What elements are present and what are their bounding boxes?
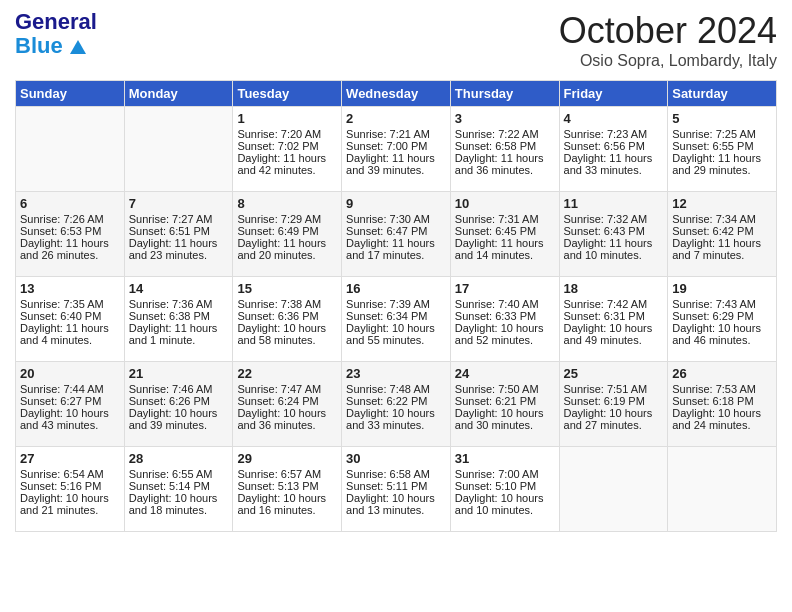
calendar-cell: 28Sunrise: 6:55 AMSunset: 5:14 PMDayligh… <box>124 447 233 532</box>
logo-general-text: General <box>15 10 97 34</box>
cell-text: Sunset: 7:02 PM <box>237 140 337 152</box>
cell-text: Sunset: 5:13 PM <box>237 480 337 492</box>
cell-text: Sunset: 6:49 PM <box>237 225 337 237</box>
calendar-cell: 8Sunrise: 7:29 AMSunset: 6:49 PMDaylight… <box>233 192 342 277</box>
cell-text: Sunset: 6:58 PM <box>455 140 555 152</box>
title-block: October 2024 Osio Sopra, Lombardy, Italy <box>559 10 777 70</box>
day-number: 23 <box>346 366 446 381</box>
calendar-cell: 31Sunrise: 7:00 AMSunset: 5:10 PMDayligh… <box>450 447 559 532</box>
cell-text: Sunset: 6:36 PM <box>237 310 337 322</box>
calendar-cell: 24Sunrise: 7:50 AMSunset: 6:21 PMDayligh… <box>450 362 559 447</box>
cell-text: Daylight: 10 hours and 52 minutes. <box>455 322 555 346</box>
cell-text: Sunset: 6:55 PM <box>672 140 772 152</box>
cell-text: Daylight: 10 hours and 49 minutes. <box>564 322 664 346</box>
cell-text: Sunset: 6:26 PM <box>129 395 229 407</box>
cell-text: Daylight: 10 hours and 13 minutes. <box>346 492 446 516</box>
cell-text: Sunset: 6:24 PM <box>237 395 337 407</box>
cell-text: Sunrise: 7:32 AM <box>564 213 664 225</box>
calendar-cell: 14Sunrise: 7:36 AMSunset: 6:38 PMDayligh… <box>124 277 233 362</box>
day-number: 22 <box>237 366 337 381</box>
day-number: 2 <box>346 111 446 126</box>
cell-text: Daylight: 10 hours and 55 minutes. <box>346 322 446 346</box>
cell-text: Sunrise: 7:22 AM <box>455 128 555 140</box>
cell-text: Sunset: 6:31 PM <box>564 310 664 322</box>
day-number: 14 <box>129 281 229 296</box>
cell-text: Sunset: 7:00 PM <box>346 140 446 152</box>
cell-text: Sunrise: 6:57 AM <box>237 468 337 480</box>
calendar-cell <box>668 447 777 532</box>
cell-text: Sunset: 5:10 PM <box>455 480 555 492</box>
cell-text: Sunrise: 7:38 AM <box>237 298 337 310</box>
cell-text: Sunset: 6:19 PM <box>564 395 664 407</box>
cell-text: Sunrise: 7:21 AM <box>346 128 446 140</box>
calendar-cell <box>559 447 668 532</box>
day-number: 16 <box>346 281 446 296</box>
calendar-cell: 29Sunrise: 6:57 AMSunset: 5:13 PMDayligh… <box>233 447 342 532</box>
cell-text: Daylight: 11 hours and 36 minutes. <box>455 152 555 176</box>
day-number: 27 <box>20 451 120 466</box>
calendar-subtitle: Osio Sopra, Lombardy, Italy <box>559 52 777 70</box>
cell-text: Sunset: 6:51 PM <box>129 225 229 237</box>
cell-text: Daylight: 11 hours and 20 minutes. <box>237 237 337 261</box>
cell-text: Daylight: 11 hours and 1 minute. <box>129 322 229 346</box>
day-of-week-header: Monday <box>124 81 233 107</box>
calendar-cell: 20Sunrise: 7:44 AMSunset: 6:27 PMDayligh… <box>16 362 125 447</box>
cell-text: Sunset: 6:56 PM <box>564 140 664 152</box>
cell-text: Daylight: 11 hours and 29 minutes. <box>672 152 772 176</box>
day-number: 21 <box>129 366 229 381</box>
calendar-cell: 1Sunrise: 7:20 AMSunset: 7:02 PMDaylight… <box>233 107 342 192</box>
cell-text: Daylight: 10 hours and 58 minutes. <box>237 322 337 346</box>
day-number: 13 <box>20 281 120 296</box>
cell-text: Sunrise: 7:30 AM <box>346 213 446 225</box>
calendar-cell: 6Sunrise: 7:26 AMSunset: 6:53 PMDaylight… <box>16 192 125 277</box>
calendar-cell: 17Sunrise: 7:40 AMSunset: 6:33 PMDayligh… <box>450 277 559 362</box>
cell-text: Sunset: 6:18 PM <box>672 395 772 407</box>
cell-text: Sunset: 6:22 PM <box>346 395 446 407</box>
day-number: 6 <box>20 196 120 211</box>
cell-text: Sunrise: 7:36 AM <box>129 298 229 310</box>
day-of-week-header: Thursday <box>450 81 559 107</box>
calendar-week-row: 27Sunrise: 6:54 AMSunset: 5:16 PMDayligh… <box>16 447 777 532</box>
logo: General Blue <box>15 10 97 58</box>
day-of-week-header: Sunday <box>16 81 125 107</box>
day-number: 24 <box>455 366 555 381</box>
cell-text: Daylight: 10 hours and 16 minutes. <box>237 492 337 516</box>
cell-text: Sunset: 6:29 PM <box>672 310 772 322</box>
cell-text: Daylight: 10 hours and 30 minutes. <box>455 407 555 431</box>
cell-text: Sunrise: 7:50 AM <box>455 383 555 395</box>
cell-text: Sunset: 5:11 PM <box>346 480 446 492</box>
calendar-cell: 4Sunrise: 7:23 AMSunset: 6:56 PMDaylight… <box>559 107 668 192</box>
header: General Blue October 2024 Osio Sopra, Lo… <box>15 10 777 70</box>
cell-text: Daylight: 11 hours and 7 minutes. <box>672 237 772 261</box>
calendar-cell: 25Sunrise: 7:51 AMSunset: 6:19 PMDayligh… <box>559 362 668 447</box>
cell-text: Daylight: 11 hours and 39 minutes. <box>346 152 446 176</box>
cell-text: Daylight: 10 hours and 10 minutes. <box>455 492 555 516</box>
calendar-cell: 30Sunrise: 6:58 AMSunset: 5:11 PMDayligh… <box>342 447 451 532</box>
day-number: 15 <box>237 281 337 296</box>
logo-triangle-icon <box>70 40 86 54</box>
calendar-cell <box>16 107 125 192</box>
calendar-cell: 13Sunrise: 7:35 AMSunset: 6:40 PMDayligh… <box>16 277 125 362</box>
calendar-cell: 9Sunrise: 7:30 AMSunset: 6:47 PMDaylight… <box>342 192 451 277</box>
cell-text: Daylight: 10 hours and 39 minutes. <box>129 407 229 431</box>
page: General Blue October 2024 Osio Sopra, Lo… <box>0 0 792 547</box>
day-number: 4 <box>564 111 664 126</box>
cell-text: Sunrise: 7:26 AM <box>20 213 120 225</box>
cell-text: Daylight: 10 hours and 36 minutes. <box>237 407 337 431</box>
calendar-cell: 26Sunrise: 7:53 AMSunset: 6:18 PMDayligh… <box>668 362 777 447</box>
calendar-cell: 3Sunrise: 7:22 AMSunset: 6:58 PMDaylight… <box>450 107 559 192</box>
cell-text: Sunset: 6:45 PM <box>455 225 555 237</box>
calendar-cell: 2Sunrise: 7:21 AMSunset: 7:00 PMDaylight… <box>342 107 451 192</box>
cell-text: Sunset: 5:16 PM <box>20 480 120 492</box>
calendar-cell: 19Sunrise: 7:43 AMSunset: 6:29 PMDayligh… <box>668 277 777 362</box>
cell-text: Sunrise: 7:40 AM <box>455 298 555 310</box>
cell-text: Daylight: 11 hours and 26 minutes. <box>20 237 120 261</box>
calendar-cell: 12Sunrise: 7:34 AMSunset: 6:42 PMDayligh… <box>668 192 777 277</box>
day-number: 3 <box>455 111 555 126</box>
cell-text: Sunrise: 7:44 AM <box>20 383 120 395</box>
cell-text: Sunset: 6:40 PM <box>20 310 120 322</box>
calendar-cell: 21Sunrise: 7:46 AMSunset: 6:26 PMDayligh… <box>124 362 233 447</box>
cell-text: Sunrise: 7:39 AM <box>346 298 446 310</box>
cell-text: Sunrise: 7:27 AM <box>129 213 229 225</box>
calendar-cell: 10Sunrise: 7:31 AMSunset: 6:45 PMDayligh… <box>450 192 559 277</box>
